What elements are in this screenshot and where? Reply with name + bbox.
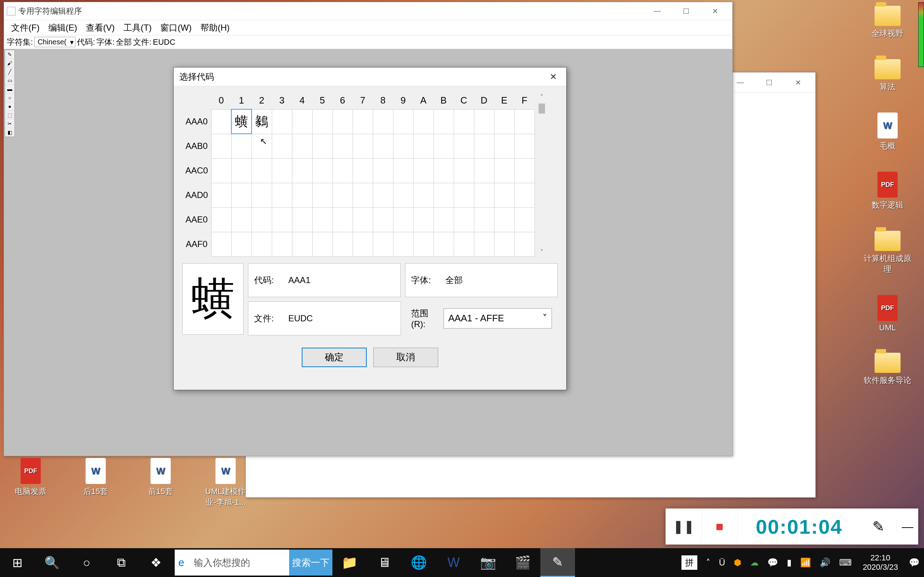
titlebar[interactable]: 专用字符编辑程序 — ☐ ✕ bbox=[4, 2, 732, 20]
grid-cell[interactable] bbox=[231, 158, 252, 183]
desktop-icon[interactable]: 算法 bbox=[874, 59, 901, 92]
grid-cell[interactable] bbox=[292, 134, 312, 158]
grid-cell[interactable] bbox=[312, 134, 333, 158]
eraser-tool-icon[interactable]: ◧ bbox=[5, 128, 15, 137]
grid-cell[interactable] bbox=[353, 232, 373, 256]
grid-cell[interactable] bbox=[272, 109, 292, 134]
grid-cell[interactable] bbox=[433, 158, 454, 183]
menu-file[interactable]: 文件(F) bbox=[7, 20, 44, 36]
grid-cell[interactable] bbox=[393, 109, 413, 134]
grid-cell[interactable] bbox=[433, 207, 454, 232]
grid-cell[interactable] bbox=[393, 232, 413, 256]
grid-cell[interactable] bbox=[373, 207, 393, 232]
tray-volume-icon[interactable]: 🔊 bbox=[815, 558, 835, 567]
ok-button[interactable]: 确定 bbox=[302, 348, 367, 367]
grid-cell[interactable] bbox=[474, 109, 494, 134]
menu-tools[interactable]: 工具(T) bbox=[119, 20, 156, 36]
grid-cell[interactable] bbox=[252, 183, 272, 207]
grid-cell[interactable] bbox=[454, 109, 474, 134]
taskbar-app-word[interactable]: W bbox=[436, 548, 471, 577]
desktop-icon[interactable]: 全球视野 bbox=[872, 6, 903, 39]
grid-cell[interactable] bbox=[474, 134, 494, 158]
grid-cell[interactable] bbox=[393, 183, 413, 207]
secondary-maximize-button[interactable]: ☐ bbox=[755, 74, 783, 92]
menu-view[interactable]: 查看(V) bbox=[82, 20, 119, 36]
scroll-up-icon[interactable]: ˄ bbox=[539, 92, 544, 102]
tray-wifi-icon[interactable]: 📶 bbox=[796, 558, 815, 567]
grid-cell[interactable] bbox=[272, 158, 292, 183]
grid-cell[interactable] bbox=[312, 109, 333, 134]
grid-cell[interactable] bbox=[514, 207, 535, 232]
grid-cell[interactable] bbox=[433, 232, 454, 256]
start-button[interactable]: ⊞ bbox=[0, 548, 35, 577]
grid-cell[interactable] bbox=[413, 158, 433, 183]
grid-cell[interactable] bbox=[454, 158, 474, 183]
grid-cell[interactable] bbox=[514, 183, 535, 207]
grid-cell[interactable] bbox=[211, 207, 231, 232]
grid-cell[interactable] bbox=[333, 134, 353, 158]
tray-security-icon[interactable]: ⬢ bbox=[729, 558, 746, 567]
grid-cell[interactable] bbox=[454, 183, 474, 207]
grid-cell[interactable] bbox=[393, 134, 413, 158]
fillrect-tool-icon[interactable]: ▬ bbox=[5, 85, 15, 93]
grid-cell[interactable] bbox=[292, 232, 312, 256]
grid-cell[interactable] bbox=[333, 232, 353, 256]
grid-cell[interactable] bbox=[312, 232, 333, 256]
tray-battery-icon[interactable]: ▮ bbox=[782, 558, 796, 567]
grid-cell[interactable] bbox=[333, 183, 353, 207]
ime-indicator[interactable]: 拼 bbox=[682, 555, 697, 570]
grid-scrollbar[interactable]: ˄ ˅ bbox=[536, 92, 547, 257]
desktop-icon[interactable]: W毛概 bbox=[877, 113, 898, 152]
taskbar-app-eudc-active[interactable]: ✎ bbox=[540, 548, 575, 577]
grid-cell[interactable] bbox=[272, 183, 292, 207]
grid-cell[interactable] bbox=[272, 134, 292, 158]
taskbar-search[interactable]: e 输入你想搜的 搜索一下 bbox=[175, 550, 333, 575]
grid-cell[interactable] bbox=[231, 207, 252, 232]
cancel-button[interactable]: 取消 bbox=[373, 348, 438, 367]
grid-cell[interactable] bbox=[514, 232, 535, 256]
desktop-icon[interactable]: WUML建模作业-李旭-1... bbox=[202, 458, 249, 508]
rect-tool-icon[interactable]: ▭ bbox=[5, 76, 15, 85]
grid-cell[interactable] bbox=[393, 158, 413, 183]
taskbar-clock[interactable]: 22:10 2020/3/23 bbox=[856, 553, 905, 572]
grid-cell[interactable] bbox=[454, 207, 474, 232]
tray-cloud-icon[interactable]: ☁ bbox=[746, 558, 763, 567]
search-icon[interactable]: 🔍 bbox=[35, 548, 69, 577]
screen-recorder-widget[interactable]: ❚❚ ■ 00:01:04 ✎ — bbox=[666, 508, 918, 545]
grid-cell[interactable] bbox=[373, 158, 393, 183]
grid-cell[interactable] bbox=[292, 183, 312, 207]
grid-cell[interactable] bbox=[333, 158, 353, 183]
ellipse-tool-icon[interactable]: ○ bbox=[5, 93, 15, 102]
grid-cell[interactable] bbox=[211, 109, 231, 134]
grid-cell[interactable] bbox=[292, 158, 312, 183]
maximize-button[interactable]: ☐ bbox=[672, 2, 701, 20]
dialog-titlebar[interactable]: 选择代码 ✕ bbox=[174, 68, 566, 86]
select-tool-icon[interactable]: ⬚ bbox=[5, 111, 15, 119]
line-tool-icon[interactable]: ╱ bbox=[5, 68, 15, 76]
pencil-tool-icon[interactable]: ✎ bbox=[5, 50, 15, 59]
grid-cell[interactable] bbox=[211, 134, 231, 158]
search-input[interactable]: 输入你想搜的 bbox=[188, 556, 289, 569]
grid-cell[interactable] bbox=[231, 232, 252, 256]
desktop-icon[interactable]: W后15套 bbox=[72, 458, 119, 508]
grid-cell[interactable] bbox=[393, 207, 413, 232]
grid-cell[interactable] bbox=[231, 134, 252, 158]
grid-cell[interactable] bbox=[312, 207, 333, 232]
grid-cell[interactable] bbox=[514, 109, 535, 134]
grid-cell[interactable] bbox=[494, 158, 514, 183]
grid-cell[interactable] bbox=[211, 232, 231, 256]
grid-cell[interactable]: 鶨 bbox=[252, 109, 272, 134]
grid-cell[interactable] bbox=[312, 158, 333, 183]
grid-cell[interactable] bbox=[211, 183, 231, 207]
grid-cell[interactable] bbox=[373, 134, 393, 158]
freeselect-tool-icon[interactable]: ✂ bbox=[5, 119, 15, 128]
grid-cell[interactable] bbox=[312, 183, 333, 207]
grid-cell[interactable] bbox=[211, 158, 231, 183]
close-button[interactable]: ✕ bbox=[701, 2, 729, 20]
taskbar-app[interactable]: ❖ bbox=[139, 548, 173, 577]
scroll-thumb[interactable] bbox=[538, 103, 545, 114]
grid-cell[interactable] bbox=[231, 183, 252, 207]
grid-cell[interactable] bbox=[474, 207, 494, 232]
grid-cell[interactable] bbox=[494, 109, 514, 134]
notification-center-icon[interactable]: 💬 bbox=[905, 558, 924, 567]
